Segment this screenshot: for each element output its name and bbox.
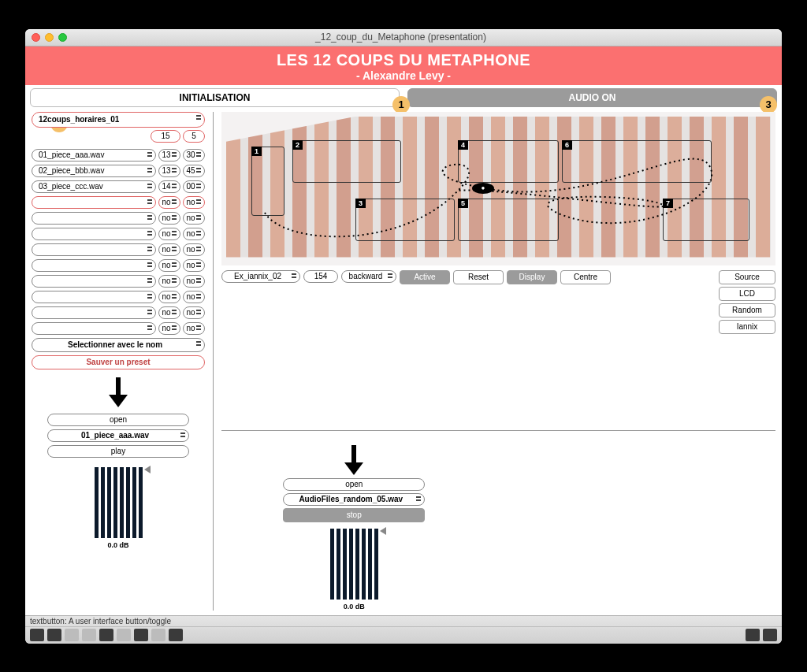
piece-m-3[interactable]: 00: [183, 180, 205, 193]
piece-file-9[interactable]: [32, 275, 156, 288]
meter-left-bars: [95, 467, 143, 538]
piece-m-4[interactable]: no: [183, 196, 205, 209]
piece-h-7[interactable]: no: [158, 243, 180, 256]
player-left-file-dropdown[interactable]: 01_piece_aaa.wav: [47, 429, 189, 442]
piece-file-10[interactable]: [32, 291, 156, 303]
piece-h-4[interactable]: no: [158, 196, 180, 209]
lock-icon[interactable]: [30, 629, 44, 641]
player-right-stop-button[interactable]: stop: [283, 508, 425, 522]
arrow-down-icon: [109, 377, 128, 409]
piece-h-11[interactable]: no: [158, 306, 180, 319]
piece-m-12[interactable]: no: [183, 322, 205, 335]
tab-audio-on[interactable]: AUDIO ON: [407, 88, 777, 107]
header-banner: LES 12 COUPS DU METAPHONE - Alexandre Le…: [25, 46, 782, 85]
piece-h-2[interactable]: 13: [158, 165, 180, 177]
trajectory-preset-dropdown[interactable]: Ex_iannix_02: [221, 270, 300, 283]
preset-time-b[interactable]: 5: [183, 130, 205, 143]
annotation-badge-3: 3: [760, 96, 777, 113]
piece-h-6[interactable]: no: [158, 228, 180, 240]
piece-h-3[interactable]: 14: [158, 180, 180, 193]
left-panel: 12coups_horaires_01 15 5 01_piece_aaa.wa…: [32, 112, 205, 611]
meter-left-db: 0.0 dB: [107, 541, 128, 549]
trajectory-reset-button[interactable]: Reset: [453, 270, 504, 284]
piece-m-10[interactable]: no: [183, 291, 205, 303]
piece-m-9[interactable]: no: [183, 275, 205, 288]
composer-name: - Alexandre Levy -: [25, 69, 782, 82]
meter-right-bars: [330, 529, 378, 600]
mode-source-button[interactable]: Source: [719, 270, 775, 284]
mode-iannix-button[interactable]: Iannix: [719, 320, 775, 334]
meter-handle-icon[interactable]: [144, 466, 151, 473]
status-hint: textbutton: A user interface button/togg…: [25, 616, 782, 627]
trajectory-path: [221, 112, 775, 265]
piece-file-2[interactable]: 02_piece_bbb.wav: [32, 165, 156, 177]
piece-h-9[interactable]: no: [158, 275, 180, 288]
meter-right-handle-icon[interactable]: [380, 527, 386, 535]
debug-icon[interactable]: [169, 629, 183, 641]
piece-m-5[interactable]: no: [183, 212, 205, 225]
arrow-down-right-icon: [344, 445, 363, 477]
grid-icon[interactable]: [151, 629, 165, 641]
piece-file-12[interactable]: [32, 322, 156, 335]
player-right-file-dropdown[interactable]: AudioFiles_random_05.wav: [283, 493, 425, 506]
piece-h-10[interactable]: no: [158, 291, 180, 303]
trajectory-speed-input[interactable]: 154: [303, 270, 338, 283]
trajectory-direction-dropdown[interactable]: backward: [341, 270, 396, 283]
piece-file-1[interactable]: 01_piece_aaa.wav: [32, 149, 156, 162]
select-by-name-dropdown[interactable]: Selectionner avec le nom: [32, 338, 205, 352]
info-icon[interactable]: [117, 629, 131, 641]
annotation-badge-1: 1: [392, 96, 410, 113]
player-left-play-button[interactable]: play: [47, 445, 189, 458]
save-preset-button[interactable]: Sauver un preset: [32, 355, 205, 369]
piece-m-2[interactable]: 45: [183, 165, 205, 177]
view-b-icon[interactable]: [763, 629, 777, 641]
trajectory-active-button[interactable]: Active: [400, 270, 450, 284]
piece-file-6[interactable]: [32, 228, 156, 240]
piece-m-11[interactable]: no: [183, 306, 205, 319]
piece-h-12[interactable]: no: [158, 322, 180, 335]
piece-m-6[interactable]: no: [183, 228, 205, 240]
window-zoom-icon[interactable]: [58, 33, 67, 42]
piece-file-3[interactable]: 03_piece_ccc.wav: [32, 180, 156, 193]
player-left-open-button[interactable]: open: [47, 414, 189, 426]
piece-h-1[interactable]: 13: [158, 149, 180, 162]
player-right-open-button[interactable]: open: [283, 478, 425, 491]
titlebar: _12_coup_du_Metaphone (presentation): [25, 29, 782, 46]
piece-h-8[interactable]: no: [158, 259, 180, 272]
preset-time-a[interactable]: 15: [151, 130, 180, 143]
meter-left: 0.0 dB: [95, 467, 143, 549]
trajectory-cursor[interactable]: ●: [472, 183, 494, 194]
piece-file-8[interactable]: [32, 259, 156, 272]
meter-right: 0.0 dB: [330, 529, 378, 611]
piece-m-7[interactable]: no: [183, 243, 205, 256]
mode-lcd-button[interactable]: LCD: [719, 287, 775, 301]
piece-m-8[interactable]: no: [183, 259, 205, 272]
window-title: _12_coup_du_Metaphone (presentation): [67, 32, 734, 43]
footer: textbutton: A user interface button/togg…: [25, 615, 782, 644]
inspector-icon[interactable]: [134, 629, 148, 641]
vertical-divider: [213, 112, 214, 611]
mode-random-button[interactable]: Random: [719, 303, 775, 317]
trajectory-centre-button[interactable]: Centre: [560, 270, 611, 284]
preset-dropdown[interactable]: 12coups_horaires_01: [32, 112, 205, 128]
view-a-icon[interactable]: [746, 629, 760, 641]
window-close-icon[interactable]: [32, 33, 40, 42]
tab-initialisation[interactable]: INITIALISATION: [30, 88, 400, 107]
piece-file-11[interactable]: [32, 306, 156, 319]
piece-file-7[interactable]: [32, 243, 156, 256]
piece-h-5[interactable]: no: [158, 212, 180, 225]
piece-m-1[interactable]: 30: [183, 149, 205, 162]
app-window: _12_coup_du_Metaphone (presentation) LES…: [25, 29, 782, 644]
piece-file-4[interactable]: [32, 196, 156, 209]
window-minimize-icon[interactable]: [45, 33, 54, 42]
right-panel: 1 2 3 4 5 6 7 ● Ex_iannix_02 154 backwar…: [221, 112, 775, 611]
piece-title: LES 12 COUPS DU METAPHONE: [25, 51, 782, 69]
trajectory-display-button[interactable]: Display: [507, 270, 557, 284]
zoom-icon[interactable]: [65, 629, 79, 641]
spatial-display[interactable]: 1 2 3 4 5 6 7 ●: [221, 112, 775, 265]
grid-snap-icon[interactable]: [82, 629, 96, 641]
presentation-icon[interactable]: [99, 629, 113, 641]
meter-right-db: 0.0 dB: [344, 603, 365, 611]
piece-file-5[interactable]: [32, 212, 156, 225]
new-object-icon[interactable]: [47, 629, 61, 641]
